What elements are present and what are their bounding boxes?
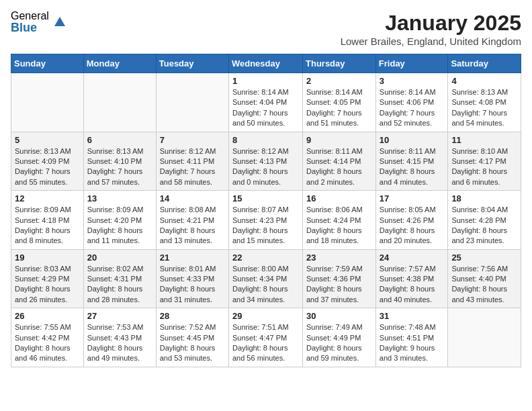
day-info: Sunrise: 8:05 AM Sunset: 4:26 PM Dayligh… [380,205,445,246]
calendar-cell: 5Sunrise: 8:13 AM Sunset: 4:09 PM Daylig… [11,132,84,191]
calendar-cell: 16Sunrise: 8:06 AM Sunset: 4:24 PM Dayli… [303,191,376,250]
calendar-week-row: 1Sunrise: 8:14 AM Sunset: 4:04 PM Daylig… [11,73,521,132]
calendar-cell: 28Sunrise: 7:52 AM Sunset: 4:45 PM Dayli… [156,308,228,367]
calendar-cell: 9Sunrise: 8:11 AM Sunset: 4:14 PM Daylig… [303,132,376,191]
logo-icon [52,14,68,30]
title-block: January 2025 Lower Brailes, England, Uni… [341,11,521,47]
day-info: Sunrise: 8:14 AM Sunset: 4:04 PM Dayligh… [232,87,299,129]
day-number: 14 [160,193,225,203]
calendar-cell [448,308,521,367]
day-number: 4 [451,76,517,86]
logo-general: General [11,11,49,21]
day-number: 28 [160,311,225,321]
day-info: Sunrise: 8:09 AM Sunset: 4:20 PM Dayligh… [87,205,152,246]
weekday-header-thursday: Thursday [303,54,376,73]
day-info: Sunrise: 8:10 AM Sunset: 4:17 PM Dayligh… [451,146,517,188]
day-info: Sunrise: 7:51 AM Sunset: 4:47 PM Dayligh… [232,322,299,364]
calendar-cell: 4Sunrise: 8:13 AM Sunset: 4:08 PM Daylig… [448,73,521,132]
day-info: Sunrise: 8:00 AM Sunset: 4:34 PM Dayligh… [232,264,299,306]
day-number: 12 [15,193,80,203]
weekday-header-sunday: Sunday [11,54,84,73]
calendar-cell: 26Sunrise: 7:55 AM Sunset: 4:42 PM Dayli… [11,308,84,367]
day-info: Sunrise: 8:13 AM Sunset: 4:10 PM Dayligh… [87,146,152,188]
calendar-cell: 8Sunrise: 8:12 AM Sunset: 4:13 PM Daylig… [228,132,302,191]
day-number: 3 [380,76,445,86]
day-info: Sunrise: 8:12 AM Sunset: 4:13 PM Dayligh… [232,146,299,188]
logo-blue: Blue [11,21,49,34]
calendar-week-row: 19Sunrise: 8:03 AM Sunset: 4:29 PM Dayli… [11,249,521,308]
calendar-week-row: 12Sunrise: 8:09 AM Sunset: 4:18 PM Dayli… [11,191,521,250]
day-info: Sunrise: 8:14 AM Sunset: 4:06 PM Dayligh… [380,87,445,129]
calendar-week-row: 5Sunrise: 8:13 AM Sunset: 4:09 PM Daylig… [11,132,521,191]
logo: General Blue [11,11,68,34]
calendar-cell: 13Sunrise: 8:09 AM Sunset: 4:20 PM Dayli… [83,191,156,250]
day-info: Sunrise: 8:01 AM Sunset: 4:33 PM Dayligh… [160,264,225,306]
day-number: 31 [380,311,445,321]
day-info: Sunrise: 7:59 AM Sunset: 4:36 PM Dayligh… [306,264,372,306]
day-info: Sunrise: 7:48 AM Sunset: 4:51 PM Dayligh… [380,322,445,364]
day-number: 19 [15,253,80,263]
calendar-table: SundayMondayTuesdayWednesdayThursdayFrid… [11,54,521,367]
day-number: 24 [380,253,445,263]
weekday-header-row: SundayMondayTuesdayWednesdayThursdayFrid… [11,54,521,73]
calendar-cell: 3Sunrise: 8:14 AM Sunset: 4:06 PM Daylig… [375,73,448,132]
day-number: 5 [15,135,80,145]
day-info: Sunrise: 7:53 AM Sunset: 4:43 PM Dayligh… [87,322,152,364]
day-number: 16 [306,193,372,203]
calendar-cell: 20Sunrise: 8:02 AM Sunset: 4:31 PM Dayli… [83,249,156,308]
calendar-cell: 19Sunrise: 8:03 AM Sunset: 4:29 PM Dayli… [11,249,84,308]
day-number: 26 [15,311,80,321]
weekday-header-tuesday: Tuesday [156,54,228,73]
calendar-cell: 31Sunrise: 7:48 AM Sunset: 4:51 PM Dayli… [375,308,448,367]
calendar-cell: 22Sunrise: 8:00 AM Sunset: 4:34 PM Dayli… [228,249,302,308]
day-info: Sunrise: 8:06 AM Sunset: 4:24 PM Dayligh… [306,205,372,246]
page-header: General Blue January 2025 Lower Brailes,… [11,11,521,47]
calendar-cell: 29Sunrise: 7:51 AM Sunset: 4:47 PM Dayli… [228,308,302,367]
day-number: 18 [451,193,517,203]
day-info: Sunrise: 7:57 AM Sunset: 4:38 PM Dayligh… [380,264,445,306]
day-info: Sunrise: 8:13 AM Sunset: 4:09 PM Dayligh… [15,146,80,188]
day-number: 8 [232,135,299,145]
day-info: Sunrise: 7:55 AM Sunset: 4:42 PM Dayligh… [15,322,80,364]
day-number: 23 [306,253,372,263]
calendar-cell: 30Sunrise: 7:49 AM Sunset: 4:49 PM Dayli… [303,308,376,367]
month-title: January 2025 [341,11,521,36]
day-info: Sunrise: 8:02 AM Sunset: 4:31 PM Dayligh… [87,264,152,306]
weekday-header-monday: Monday [83,54,156,73]
calendar-cell: 25Sunrise: 7:56 AM Sunset: 4:40 PM Dayli… [448,249,521,308]
day-number: 10 [380,135,445,145]
calendar-cell: 10Sunrise: 8:11 AM Sunset: 4:15 PM Dayli… [375,132,448,191]
day-info: Sunrise: 8:13 AM Sunset: 4:08 PM Dayligh… [451,87,517,129]
weekday-header-saturday: Saturday [448,54,521,73]
day-number: 22 [232,253,299,263]
day-info: Sunrise: 8:12 AM Sunset: 4:11 PM Dayligh… [160,146,225,188]
day-number: 29 [232,311,299,321]
weekday-header-friday: Friday [375,54,448,73]
calendar-week-row: 26Sunrise: 7:55 AM Sunset: 4:42 PM Dayli… [11,308,521,367]
svg-marker-0 [54,17,65,26]
day-number: 17 [380,193,445,203]
day-number: 15 [232,193,299,203]
day-number: 27 [87,311,152,321]
calendar-cell: 18Sunrise: 8:04 AM Sunset: 4:28 PM Dayli… [448,191,521,250]
day-info: Sunrise: 8:07 AM Sunset: 4:23 PM Dayligh… [232,205,299,246]
day-info: Sunrise: 8:11 AM Sunset: 4:14 PM Dayligh… [306,146,372,188]
day-number: 30 [306,311,372,321]
day-info: Sunrise: 7:56 AM Sunset: 4:40 PM Dayligh… [451,264,517,306]
calendar-cell: 23Sunrise: 7:59 AM Sunset: 4:36 PM Dayli… [303,249,376,308]
weekday-header-wednesday: Wednesday [228,54,302,73]
calendar-cell: 2Sunrise: 8:14 AM Sunset: 4:05 PM Daylig… [303,73,376,132]
calendar-cell: 21Sunrise: 8:01 AM Sunset: 4:33 PM Dayli… [156,249,228,308]
calendar-cell: 12Sunrise: 8:09 AM Sunset: 4:18 PM Dayli… [11,191,84,250]
calendar-cell [156,73,228,132]
day-number: 7 [160,135,225,145]
calendar-cell: 17Sunrise: 8:05 AM Sunset: 4:26 PM Dayli… [375,191,448,250]
day-info: Sunrise: 8:11 AM Sunset: 4:15 PM Dayligh… [380,146,445,188]
day-info: Sunrise: 8:09 AM Sunset: 4:18 PM Dayligh… [15,205,80,246]
day-info: Sunrise: 8:03 AM Sunset: 4:29 PM Dayligh… [15,264,80,306]
calendar-cell: 6Sunrise: 8:13 AM Sunset: 4:10 PM Daylig… [83,132,156,191]
day-number: 2 [306,76,372,86]
logo-text: General Blue [11,11,49,34]
calendar-cell: 1Sunrise: 8:14 AM Sunset: 4:04 PM Daylig… [228,73,302,132]
day-number: 25 [451,253,517,263]
